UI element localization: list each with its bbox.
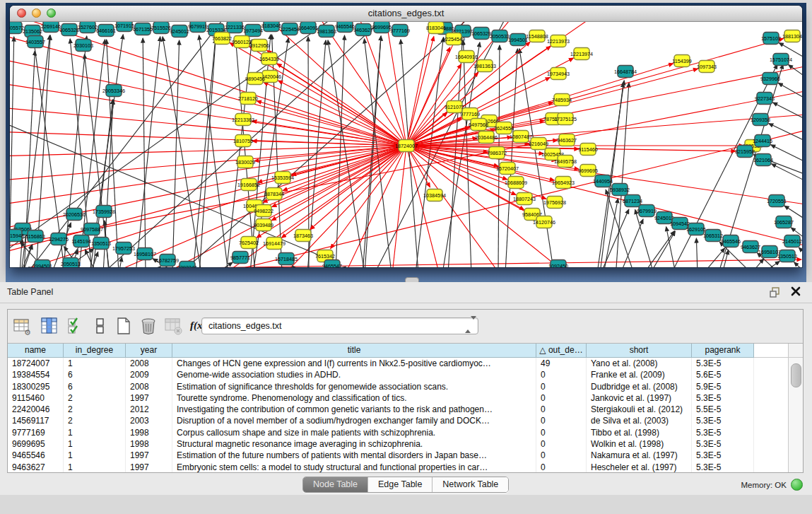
- network-node-label: 20364486: [475, 134, 498, 141]
- network-edge: [392, 146, 406, 267]
- delete-rows-icon[interactable]: [138, 315, 159, 337]
- table-row[interactable]: 1938455462009Genome-wide association stu…: [8, 369, 803, 380]
- network-node-label: 9777169: [460, 111, 480, 117]
- table-row[interactable]: 2242004622012Investigating the contribut…: [8, 404, 803, 415]
- network-edge: [604, 199, 618, 267]
- network-node-label: 3624554: [494, 125, 514, 132]
- network-node-label: 1065287: [774, 219, 794, 226]
- network-node-label: 8183046: [426, 25, 446, 31]
- network-node-label: 1527602: [78, 24, 98, 30]
- network-node-label: 9115460: [578, 146, 597, 153]
- network-node-label: 9679919: [188, 23, 208, 30]
- cell-pagerank: 5.6E-5: [692, 369, 754, 380]
- column-visibility-icon[interactable]: [39, 315, 60, 337]
- row-selection-icon[interactable]: [66, 315, 87, 337]
- network-node-label: 1664091: [298, 25, 318, 31]
- network-node-label: 7615342: [315, 253, 335, 259]
- table-row[interactable]: 946362711997Embryonic stem cells: a mode…: [8, 462, 803, 472]
- network-node-label: 17359928: [93, 209, 115, 215]
- table-rows: 1872400712008Changes of HCN gene express…: [8, 358, 803, 472]
- network-edge: [406, 146, 802, 248]
- cell-year: 1998: [126, 427, 172, 438]
- column-header-title[interactable]: title: [172, 344, 536, 358]
- cell-pagerank: 5.3E-5: [692, 415, 754, 426]
- table-row[interactable]: 911546021997Tourette syndrome. Phenomeno…: [8, 392, 803, 404]
- network-node-label: 12213363: [232, 117, 254, 123]
- network-edge: [31, 22, 229, 267]
- cell-title: Changes of HCN gene expression and I(f) …: [172, 358, 536, 369]
- network-window-titlebar[interactable]: citations_edges.txt: [10, 6, 802, 22]
- network-edge: [773, 103, 802, 128]
- memory-status-indicator[interactable]: [791, 479, 803, 491]
- network-node-label: 1244415: [753, 138, 772, 144]
- network-node-label: 16914479: [263, 240, 286, 247]
- cell-year: 2003: [126, 415, 172, 426]
- network-node-label: 2405572: [10, 25, 24, 31]
- network-edge: [172, 40, 180, 267]
- scrollbar-thumb[interactable]: [791, 363, 801, 387]
- network-edge: [406, 146, 505, 267]
- table-mode-icon[interactable]: ⚙: [12, 315, 33, 337]
- network-node-label: 3915948: [10, 233, 24, 239]
- tab-edge-table[interactable]: Edge Table: [368, 477, 433, 492]
- column-header-pagerank[interactable]: pagerank: [692, 344, 754, 358]
- column-header-in_degree[interactable]: in_degree: [64, 344, 126, 358]
- network-edge: [771, 145, 802, 170]
- network-node-label: 1145194: [71, 238, 90, 245]
- cell-pagerank: 5.3E-5: [692, 427, 754, 438]
- vertical-scrollbar[interactable]: [788, 358, 803, 472]
- table-row[interactable]: 977716911998Corpus callosum shape and si…: [8, 427, 803, 438]
- network-edge: [762, 261, 779, 267]
- cell-short: Nakamura et al. (1997): [587, 450, 692, 461]
- cell-name: 9465546: [8, 450, 64, 461]
- tab-network-table[interactable]: Network Table: [433, 477, 508, 492]
- network-node-label: 7625402: [239, 240, 259, 246]
- network-window-title: citations_edges.txt: [10, 8, 802, 18]
- table-row[interactable]: 1456911722003Disruption of a novel membe…: [8, 415, 803, 426]
- header-scroll-corner: [788, 344, 803, 358]
- cell-title: Estimation of the future numbers of pati…: [172, 450, 536, 461]
- cell-short: Jankovic et al. (1997): [587, 392, 692, 404]
- cell-out_de: 0: [536, 404, 587, 415]
- network-node-label: 2145012: [782, 238, 802, 245]
- column-header-short[interactable]: short: [587, 344, 692, 358]
- cell-pagerank: 5.9E-5: [692, 381, 754, 392]
- network-node-label: 1092450: [548, 263, 568, 268]
- table-selector-dropdown[interactable]: citations_edges.txt: [201, 317, 478, 334]
- table-row[interactable]: 969969511998Structural magnetic resonanc…: [8, 438, 803, 450]
- table-row[interactable]: 1830029562008Estimation of significance …: [8, 381, 803, 392]
- column-header-out_de[interactable]: △ out_de…: [536, 344, 587, 358]
- network-node-label: 2050533: [490, 33, 510, 40]
- cell-short: Dudbridge et al. (2008): [587, 381, 692, 392]
- network-edge: [216, 262, 233, 267]
- table-grid: namein_degreeyeartitle△ out_de…shortpage…: [8, 344, 803, 472]
- network-node-label: 1292346: [177, 264, 197, 268]
- cell-title: Structural magnetic resonance image aver…: [172, 438, 536, 450]
- cell-out_de: 0: [536, 392, 587, 404]
- network-node-label: 2718120: [238, 95, 258, 102]
- delete-table-icon[interactable]: [163, 315, 184, 337]
- network-node-label: 10807487: [510, 134, 532, 140]
- network-node-label: 1621064: [753, 157, 773, 163]
- column-header-year[interactable]: year: [126, 344, 172, 358]
- column-header-name[interactable]: name: [8, 344, 64, 358]
- create-table-icon[interactable]: [113, 315, 134, 337]
- cell-title: Tourette syndrome. Phenomenology and cla…: [172, 392, 536, 404]
- network-node-label: 8878344: [264, 191, 284, 197]
- network-desktop: citations_edges.txt 18724007240557221350…: [6, 3, 806, 282]
- network-graph: 1872400724055722135062226914610653281527…: [10, 22, 802, 267]
- table-row[interactable]: 1872400712008Changes of HCN gene express…: [8, 358, 803, 369]
- table-row[interactable]: 946554611997Estimation of the future num…: [8, 450, 803, 461]
- network-view[interactable]: 1872400724055722135062226914610653281527…: [10, 22, 802, 267]
- table-toolbar: ⚙ f(x) citations_edges.txt: [8, 310, 803, 344]
- cell-year: 1998: [126, 438, 172, 450]
- memory-status-label[interactable]: Memory: OK: [741, 479, 787, 491]
- tab-node-table[interactable]: Node Table: [303, 477, 368, 492]
- network-node-label: 9777169: [390, 28, 410, 34]
- dropdown-arrows-icon: [465, 320, 473, 332]
- cell-year: 2008: [126, 358, 172, 369]
- cell-entry-icon[interactable]: [90, 315, 111, 337]
- float-panel-icon[interactable]: [769, 286, 781, 298]
- close-panel-icon[interactable]: [790, 286, 802, 298]
- network-node-label: 12254549: [442, 36, 465, 42]
